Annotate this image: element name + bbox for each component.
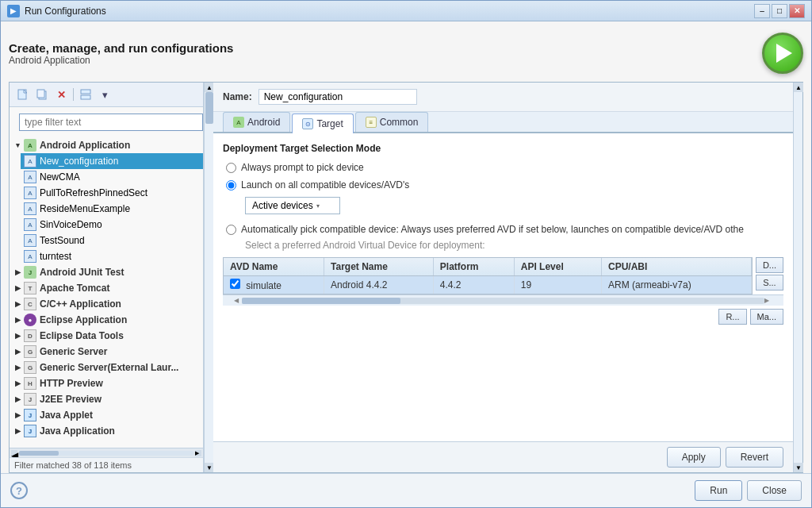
table-row[interactable]: simulate Android 4.4.2 4.4.2 19 ARM (arm… [224, 276, 751, 294]
tree-item-label-pull: PullToRefreshPinnedSect [40, 187, 147, 198]
close-button-bottom[interactable]: Close [747, 480, 802, 501]
active-devices-dropdown[interactable]: Active devices ▾ [245, 197, 340, 214]
title-bar: ▶ Run Configurations – □ ✕ [1, 1, 811, 21]
config-icon-new: A [24, 155, 36, 167]
tree-item-reside[interactable]: A ResideMenuExample [21, 201, 203, 217]
tree-group-tomcat[interactable]: ▶ T Apache Tomcat [10, 280, 203, 296]
window-icon: ▶ [7, 5, 20, 17]
radio-always-prompt-label[interactable]: Always prompt to pick device [241, 162, 364, 173]
radio-auto-pick-label[interactable]: Automatically pick compatible device: Al… [241, 224, 783, 235]
filter-input-wrapper [10, 107, 203, 137]
tab-common[interactable]: ≡ Common [355, 112, 429, 132]
cell-avd-name: simulate [224, 276, 324, 294]
avd-side-buttons: D... S... [753, 257, 783, 294]
tree-item-newcma[interactable]: A NewCMA [21, 169, 203, 185]
radio-launch-all-label[interactable]: Launch on all compatible devices/AVD's [241, 179, 409, 190]
http-label: HTTP Preview [40, 378, 103, 389]
sidebar-vscroll[interactable]: ▲ ▼ [204, 83, 213, 472]
tree-item-pulltorefresh[interactable]: A PullToRefreshPinnedSect [21, 185, 203, 201]
revert-button[interactable]: Revert [726, 447, 783, 468]
expand-android-arrow: ▾ [13, 140, 22, 150]
eclipse-app-label: Eclipse Application [40, 314, 127, 325]
right-vscroll-up[interactable]: ▲ [794, 83, 803, 92]
eclipse-app-icon: ● [24, 314, 36, 326]
avd-refresh-button[interactable]: R... [718, 309, 746, 325]
svg-rect-7 [81, 95, 90, 99]
tree-item-label-newcma: NewCMA [40, 171, 80, 183]
tree-item-testsound[interactable]: A TestSound [21, 233, 203, 248]
right-vscroll[interactable]: ▲ ▼ [793, 83, 802, 472]
expand-button[interactable]: ▾ [96, 86, 113, 103]
apply-button[interactable]: Apply [667, 447, 721, 468]
help-button[interactable]: ? [10, 482, 28, 499]
tomcat-group-icon: T [24, 282, 36, 294]
tree-item-label-reside: ResideMenuExample [40, 203, 130, 214]
java-app-label: Java Application [40, 425, 115, 437]
tree-group-http[interactable]: ▶ H HTTP Preview [10, 375, 203, 391]
vscroll-track [205, 92, 213, 463]
http-icon: H [24, 377, 36, 390]
name-input[interactable] [259, 89, 417, 105]
tree-item-turntest[interactable]: A turntest [21, 248, 203, 264]
target-tab-label: Target [316, 118, 343, 129]
avd-hscroll[interactable]: ◀ ▶ [223, 294, 783, 306]
avd-name-value: simulate [246, 280, 282, 291]
tree-group-eclipse-data[interactable]: ▶ D Eclipse Data Tools [10, 328, 203, 344]
title-bar-controls: – □ ✕ [754, 4, 805, 18]
config-icon-sinvoice: A [24, 218, 36, 231]
java-applet-icon: J [24, 409, 36, 421]
filter-input[interactable] [19, 114, 203, 131]
col-api-level: API Level [514, 258, 601, 276]
apply-revert-bar: Apply Revert [213, 441, 793, 472]
radio-launch-all-input[interactable] [226, 180, 236, 190]
section-title: Deployment Target Selection Mode [223, 143, 783, 154]
minimize-button[interactable]: – [754, 4, 770, 18]
run-button-bottom[interactable]: Run [695, 480, 742, 501]
hscroll-right[interactable]: ▶ [195, 450, 201, 456]
tab-android[interactable]: A Android [223, 112, 290, 132]
avd-hscroll-right[interactable]: ▶ [764, 297, 772, 304]
hscroll-left[interactable]: ◀ [11, 450, 17, 456]
tree-item-new-configuration[interactable]: A New_configuration [21, 153, 203, 169]
duplicate-button[interactable] [33, 86, 51, 103]
tree-group-java-app[interactable]: ▶ J Java Application [10, 423, 203, 439]
cell-target-name: Android 4.4.2 [324, 276, 434, 294]
android-app-items: A New_configuration A NewCMA A PullToRef… [10, 153, 203, 264]
tree-item-sinvoice[interactable]: A SinVoiceDemo [21, 217, 203, 233]
avd-table-container[interactable]: AVD Name Target Name Platform API Level … [223, 257, 753, 294]
tree-group-java-applet[interactable]: ▶ J Java Applet [10, 407, 203, 423]
tree-group-android-app[interactable]: ▾ A Android Application [10, 137, 203, 153]
radio-always-prompt-input[interactable] [226, 163, 236, 173]
delete-button[interactable]: ✕ [52, 86, 70, 103]
hscroll-thumb [19, 451, 59, 456]
maximize-button[interactable]: □ [772, 4, 787, 18]
radio-auto-pick-input[interactable] [226, 225, 236, 235]
cpp-group-icon: C [24, 298, 36, 310]
right-vscroll-down[interactable]: ▼ [794, 463, 803, 472]
avd-details-button[interactable]: D... [756, 257, 783, 273]
right-vscroll-track [794, 92, 802, 463]
avd-hscroll-left[interactable]: ◀ [234, 297, 242, 304]
col-avd-name: AVD Name [224, 258, 324, 276]
sidebar-hscroll[interactable]: ◀ ▶ [10, 448, 203, 457]
expand-cpp-arrow: ▶ [13, 299, 22, 309]
sidebar-tree: ▾ A Android Application A New_configurat… [10, 137, 203, 448]
avd-start-button[interactable]: S... [756, 275, 783, 291]
close-window-button[interactable]: ✕ [789, 4, 805, 18]
run-button-large[interactable] [762, 33, 803, 74]
config-icon-reside: A [24, 202, 36, 215]
tree-group-eclipse-app[interactable]: ▶ ● Eclipse Application [10, 312, 203, 328]
tree-group-generic-server[interactable]: ▶ G Generic Server [10, 344, 203, 360]
tab-target[interactable]: ⊙ Target [292, 114, 353, 133]
avd-table-header: AVD Name Target Name Platform API Level … [224, 258, 751, 276]
avd-checkbox[interactable] [230, 279, 240, 289]
tree-group-android-junit[interactable]: ▶ J Android JUnit Test [10, 264, 203, 280]
radio-auto-pick: Automatically pick compatible device: Al… [223, 224, 783, 235]
tree-group-cpp[interactable]: ▶ C C/C++ Application [10, 296, 203, 312]
avd-manager-button[interactable]: Ma... [750, 309, 783, 325]
tomcat-group-label: Apache Tomcat [40, 283, 109, 294]
tree-group-j2ee[interactable]: ▶ J J2EE Preview [10, 391, 203, 407]
tree-group-generic-server-ext[interactable]: ▶ G Generic Server(External Laur... [10, 360, 203, 375]
new-config-button[interactable] [14, 86, 32, 103]
filter-collapse-button[interactable] [77, 86, 94, 103]
